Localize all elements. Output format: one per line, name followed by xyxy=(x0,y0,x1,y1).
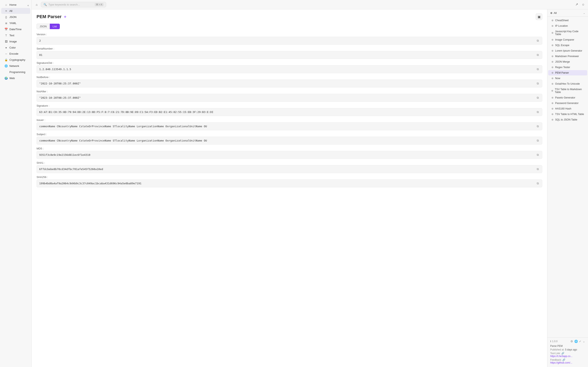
search-shortcut: ⌘ + K xyxy=(95,3,104,6)
field-label-4: NotAfter : xyxy=(36,90,542,93)
sidebar-item-image[interactable]: 🖼Image xyxy=(1,39,30,44)
sidebar-icon-yaml: ≣ xyxy=(4,22,8,25)
sidebar-item-all[interactable]: ≡All xyxy=(1,8,30,14)
field-value-7: commonName CNcountryName CstateOrProvinc… xyxy=(39,139,534,142)
layout-toggle-button[interactable]: ▣ xyxy=(536,13,542,20)
right-panel-chevron-icon[interactable]: ⌄ xyxy=(583,12,585,15)
sidebar: « ⌂Home≡All{}JSON≣YAML📅Date/TimeTText🖼Im… xyxy=(0,0,32,367)
sidebar-item-datetime[interactable]: 📅Date/Time xyxy=(1,26,30,32)
format-tab-list[interactable]: List xyxy=(50,24,60,29)
right-panel-item-regex-tester[interactable]: ⊕Regex Tester xyxy=(548,65,587,70)
sidebar-icon-all: ≡ xyxy=(4,9,8,12)
home-button[interactable]: ⌂ xyxy=(34,2,39,7)
sidebar-icon-home: ⌂ xyxy=(4,3,8,6)
right-panel-item-has160-hash[interactable]: ⊕HAS160 Hash xyxy=(548,106,587,111)
field-row-9: SHA1 : 6ffdcbebe8b70cd34dfbc701afe545f52… xyxy=(36,161,542,173)
right-panel-item-octal-hex-unicode[interactable]: ⊕Octal/Hex To Unicode xyxy=(548,81,587,86)
right-panel-item-tsv-to-html[interactable]: ⊕TSV Table to HTML Table xyxy=(548,111,587,117)
footer-feedback: Feedback: 🔗 https://github.com/... xyxy=(550,359,585,364)
sidebar-item-encode[interactable]: ↔Encode xyxy=(1,51,30,57)
field-row-8: MD5 : 9351f3c8e9c19e2156d811ec6f1e4310 ⧉ xyxy=(36,147,542,159)
right-panel-label-has160-hash: HAS160 Hash xyxy=(555,107,571,110)
right-panel-icon-has160-hash: ⊕ xyxy=(551,107,554,110)
version-label: 1.0.0 xyxy=(552,340,558,343)
sidebar-collapse-button[interactable]: « xyxy=(27,4,29,7)
user-button[interactable]: ○ xyxy=(581,2,586,8)
right-panel-item-javascript-key-code[interactable]: ⊕Javascript Key Code Table xyxy=(548,29,587,37)
fields-container: Version : 2 ⧉ SerialNumber : 01 ⧉ Signat… xyxy=(36,33,542,187)
field-label-8: MD5 : xyxy=(36,147,542,150)
right-panel-icon-cheatsheet: ⊕ xyxy=(551,19,554,22)
sidebar-label-home: Home xyxy=(9,3,17,6)
sidebar-item-network[interactable]: 🌐Network xyxy=(1,63,30,69)
field-label-1: SerialNumber : xyxy=(36,47,542,50)
copy-button-3[interactable]: ⧉ xyxy=(536,81,540,86)
format-tab-json[interactable]: JSON xyxy=(36,24,50,29)
sidebar-item-color[interactable]: ●Color xyxy=(1,45,30,50)
globe-icon[interactable]: 🌐 xyxy=(574,340,578,343)
copy-button-1[interactable]: ⧉ xyxy=(536,53,540,57)
field-value-3: "2022-10-28T08:25:37.000Z" xyxy=(39,82,534,85)
right-panel-item-tsv-to-markdown[interactable]: ⊕TSV Table to Markdown Table xyxy=(548,87,587,95)
sidebar-item-web[interactable]: 🌍Web xyxy=(1,75,30,81)
right-panel-label-ip-location: IP Location xyxy=(555,25,568,27)
field-label-6: Issuer : xyxy=(36,118,542,122)
right-panel-label-regex-tester: Regex Tester xyxy=(555,66,570,69)
right-panel-icon-regex-tester: ⊕ xyxy=(551,66,554,69)
right-panel-icon-paseto-generator: ⊕ xyxy=(551,96,554,99)
right-panel-item-now[interactable]: ⊕Now xyxy=(548,76,587,81)
right-panel-icon-json-merge: ⊕ xyxy=(551,60,554,63)
topbar-actions: ↗ ○ xyxy=(574,2,586,8)
field-row-2: SignatureOid : 1.2.840.113549.1.1.5 ⧉ xyxy=(36,61,542,73)
copy-button-2[interactable]: ⧉ xyxy=(536,67,540,71)
sidebar-item-yaml[interactable]: ≣YAML xyxy=(1,20,30,26)
right-panel-item-image-comparer[interactable]: ⊕Image Comparer xyxy=(548,37,587,42)
feedback-link[interactable]: https://github.com/... xyxy=(550,361,572,364)
favorite-button[interactable]: ★ xyxy=(63,15,67,19)
sidebar-icon-encode: ↔ xyxy=(4,52,8,55)
field-value-container-1: 01 ⧉ xyxy=(36,51,542,59)
right-panel-icon-lorem-ipsum: ⊕ xyxy=(551,49,554,52)
sidebar-item-programming[interactable]: Programming xyxy=(1,69,30,75)
right-panel-item-json-merge[interactable]: ⊕JSON Merge xyxy=(548,59,587,64)
copy-button-4[interactable]: ⧉ xyxy=(536,96,540,100)
copy-button-8[interactable]: ⧉ xyxy=(536,153,540,157)
right-panel-item-sql-escape[interactable]: ⊕SQL Escape xyxy=(548,43,587,48)
field-value-container-9: 6ffdcbebe8b70cd34dfbc701afe545f5260a10ed… xyxy=(36,165,542,173)
right-panel-item-markdown-previewer[interactable]: ⊕Markdown Previewer xyxy=(548,54,587,59)
right-panel-icon-pem-parser: ⊕ xyxy=(551,71,554,74)
sidebar-item-json[interactable]: {}JSON xyxy=(1,14,30,20)
field-value-container-5: 63:A7:B1:C0:35:8D:79:94:DD:2E:13:8D:F5:F… xyxy=(36,108,542,116)
right-panel-item-cheatsheet[interactable]: ⊕CheatSheet xyxy=(548,18,587,23)
sidebar-item-text[interactable]: TText xyxy=(1,33,30,38)
copy-button-6[interactable]: ⧉ xyxy=(536,124,540,128)
expand-icon[interactable]: ⌄ xyxy=(583,340,585,343)
tool-link[interactable]: https://t.he3app.co... xyxy=(550,355,572,358)
right-panel-item-lorem-ipsum[interactable]: ⊕Lorem Ipsum Generator xyxy=(548,48,587,53)
right-panel-item-sql-to-json[interactable]: ⊕SQL to JSON Table xyxy=(548,117,587,122)
sidebar-item-home[interactable]: ⌂Home xyxy=(1,2,30,8)
copy-button-7[interactable]: ⧉ xyxy=(536,138,540,143)
field-row-7: Subject : commonName CNcountryName Cstat… xyxy=(36,133,542,145)
settings-icon[interactable]: ⚙ xyxy=(571,340,573,343)
search-bar[interactable]: 🔍 Type keywords to search... ⌘ + K xyxy=(41,2,106,7)
sidebar-label-programming: Programming xyxy=(9,71,25,74)
right-panel-icon-octal-hex-unicode: ⊕ xyxy=(551,82,554,85)
main-panel: PEM Parser ★ ▣ JSONList Version : 2 ⧉ Se… xyxy=(32,9,547,367)
copy-button-5[interactable]: ⧉ xyxy=(536,110,540,114)
field-row-5: Signature : 63:A7:B1:C0:35:8D:79:94:DD:2… xyxy=(36,104,542,116)
copy-button-9[interactable]: ⧉ xyxy=(536,167,540,171)
check-icon[interactable]: ✓ xyxy=(579,340,581,343)
field-value-container-8: 9351f3c8e9c19e2156d811ec6f1e4310 ⧉ xyxy=(36,151,542,159)
copy-button-0[interactable]: ⧉ xyxy=(536,39,540,43)
right-panel-item-paseto-generator[interactable]: ⊕Paseto Generator xyxy=(548,95,587,100)
field-value-container-0: 2 ⧉ xyxy=(36,37,542,45)
right-panel-item-password-generator[interactable]: ⊕Password Generator xyxy=(548,100,587,106)
right-panel-item-pem-parser[interactable]: ⊕PEM Parser xyxy=(548,70,587,75)
copy-button-10[interactable]: ⧉ xyxy=(536,181,540,185)
right-panel-icon-javascript-key-code: ⊕ xyxy=(551,31,554,34)
sidebar-item-cryptography[interactable]: 🔒Cryptography xyxy=(1,57,30,63)
share-button[interactable]: ↗ xyxy=(574,2,579,8)
right-panel-item-ip-location[interactable]: ⊕IP Location xyxy=(548,23,587,29)
sidebar-icon-cryptography: 🔒 xyxy=(4,58,8,61)
